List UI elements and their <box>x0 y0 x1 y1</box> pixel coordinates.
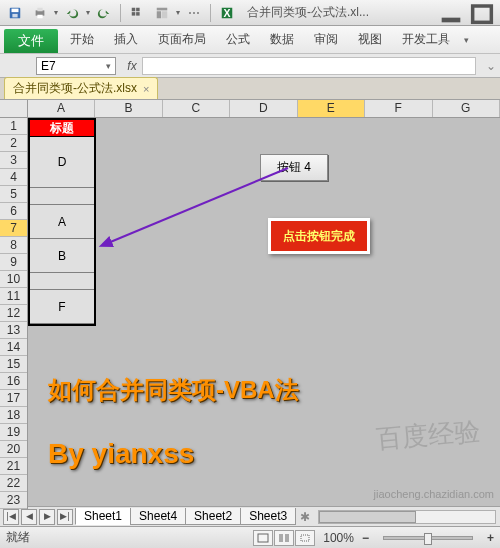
expand-formula-icon[interactable]: ⌄ <box>482 59 500 73</box>
view-pagelayout-icon[interactable] <box>274 530 294 546</box>
row-header-17[interactable]: 17 <box>0 390 27 407</box>
ribbon-dd[interactable]: ▾ <box>464 35 469 45</box>
redo-icon[interactable] <box>93 3 115 23</box>
quickprint-icon[interactable] <box>29 3 51 23</box>
tab-data[interactable]: 数据 <box>260 26 304 53</box>
tab-view[interactable]: 视图 <box>348 26 392 53</box>
document-tab-well: 合并同类项-公式法.xlsx × <box>0 78 500 100</box>
formula-bar: E7▾ fx ⌄ <box>0 54 500 78</box>
cell-A-merged-4[interactable] <box>30 273 94 290</box>
minimize-button[interactable] <box>437 4 465 22</box>
row-header-11[interactable]: 11 <box>0 288 27 305</box>
svg-rect-2 <box>12 13 17 17</box>
sheet-nav-0[interactable]: |◀ <box>3 509 19 525</box>
tab-devtools[interactable]: 开发工具 <box>392 26 460 53</box>
status-ready: 就绪 <box>6 529 30 546</box>
tab-pagelayout[interactable]: 页面布局 <box>148 26 216 53</box>
zoom-slider[interactable] <box>383 536 473 540</box>
restore-button[interactable] <box>468 4 496 22</box>
view-pagebreak-icon[interactable] <box>295 530 315 546</box>
tab-insert[interactable]: 插入 <box>104 26 148 53</box>
undo-icon[interactable] <box>61 3 83 23</box>
overlay-text-2: By yianxss <box>48 438 194 470</box>
row-header-13[interactable]: 13 <box>0 322 27 339</box>
row-header-2[interactable]: 2 <box>0 135 27 152</box>
row-header-1[interactable]: 1 <box>0 118 27 135</box>
close-icon[interactable]: × <box>143 83 149 95</box>
file-tab[interactable]: 文件 <box>4 29 58 53</box>
row-header-10[interactable]: 10 <box>0 271 27 288</box>
tab-formulas[interactable]: 公式 <box>216 26 260 53</box>
ribbon: 文件 开始 插入 页面布局 公式 数据 审阅 视图 开发工具 ▾ <box>0 26 500 54</box>
svg-rect-9 <box>136 12 140 16</box>
save-icon[interactable] <box>4 3 26 23</box>
col-header-D[interactable]: D <box>230 100 297 117</box>
watermark: 百度经验 <box>375 414 482 458</box>
svg-rect-7 <box>136 7 140 11</box>
svg-rect-21 <box>301 535 309 541</box>
callout-box: 点击按钮完成 <box>268 218 370 254</box>
sheet-tab-Sheet3[interactable]: Sheet3 <box>240 508 296 525</box>
layout-icon[interactable] <box>151 3 173 23</box>
select-all-corner[interactable] <box>0 100 28 117</box>
col-header-A[interactable]: A <box>28 100 95 117</box>
row-header-9[interactable]: 9 <box>0 254 27 271</box>
sheet-tab-Sheet4[interactable]: Sheet4 <box>130 508 186 525</box>
macro-button-4[interactable]: 按钮 4 <box>260 154 328 181</box>
row-header-19[interactable]: 19 <box>0 424 27 441</box>
sheet-nav-3[interactable]: ▶| <box>57 509 73 525</box>
view-normal-icon[interactable] <box>253 530 273 546</box>
row-header-7[interactable]: 7 <box>0 220 27 237</box>
row-header-6[interactable]: 6 <box>0 203 27 220</box>
name-box[interactable]: E7▾ <box>6 57 116 75</box>
row-header-5[interactable]: 5 <box>0 186 27 203</box>
row-header-22[interactable]: 22 <box>0 475 27 492</box>
col-header-F[interactable]: F <box>365 100 432 117</box>
row-header-15[interactable]: 15 <box>0 356 27 373</box>
svg-rect-10 <box>157 7 168 10</box>
horizontal-scrollbar[interactable] <box>318 510 496 524</box>
zoom-in-icon[interactable]: + <box>487 531 494 545</box>
worksheet-grid[interactable]: ABCDEFG 12345678910111213141516171819202… <box>0 100 500 506</box>
row-header-21[interactable]: 21 <box>0 458 27 475</box>
cell-A-merged-0[interactable]: D <box>30 137 94 188</box>
cell-A-merged-1[interactable] <box>30 188 94 205</box>
tab-home[interactable]: 开始 <box>60 26 104 53</box>
grid-icon[interactable] <box>126 3 148 23</box>
tab-review[interactable]: 审阅 <box>304 26 348 53</box>
overlay-text-1: 如何合并同类项-VBA法 <box>48 374 299 406</box>
fx-icon[interactable]: fx <box>122 59 142 73</box>
new-sheet-icon[interactable]: ✱ <box>300 510 310 524</box>
col-header-B[interactable]: B <box>95 100 162 117</box>
sheet-tab-bar: |◀◀▶▶| Sheet1Sheet4Sheet2Sheet3 ✱ <box>0 506 500 526</box>
svg-rect-8 <box>132 12 136 16</box>
cell-A-merged-2[interactable]: A <box>30 205 94 239</box>
overflow-icon[interactable]: ⋯ <box>183 3 205 23</box>
row-header-4[interactable]: 4 <box>0 169 27 186</box>
svg-rect-16 <box>473 6 492 22</box>
document-tab[interactable]: 合并同类项-公式法.xlsx × <box>4 77 158 99</box>
cell-A1-header[interactable]: 标题 <box>30 120 94 137</box>
row-header-3[interactable]: 3 <box>0 152 27 169</box>
row-header-12[interactable]: 12 <box>0 305 27 322</box>
formula-input[interactable] <box>142 57 476 75</box>
cell-A-merged-3[interactable]: B <box>30 239 94 273</box>
zoom-out-icon[interactable]: − <box>362 531 369 545</box>
sheet-nav-1[interactable]: ◀ <box>21 509 37 525</box>
row-header-18[interactable]: 18 <box>0 407 27 424</box>
sheet-nav-2[interactable]: ▶ <box>39 509 55 525</box>
svg-rect-11 <box>157 11 161 18</box>
col-header-E[interactable]: E <box>298 100 365 117</box>
col-header-G[interactable]: G <box>433 100 500 117</box>
cell-A-merged-5[interactable]: F <box>30 290 94 324</box>
row-header-8[interactable]: 8 <box>0 237 27 254</box>
row-header-16[interactable]: 16 <box>0 373 27 390</box>
sheet-tab-Sheet1[interactable]: Sheet1 <box>75 508 131 525</box>
row-header-20[interactable]: 20 <box>0 441 27 458</box>
sheet-tab-Sheet2[interactable]: Sheet2 <box>185 508 241 525</box>
zoom-level[interactable]: 100% <box>323 531 354 545</box>
col-header-C[interactable]: C <box>163 100 230 117</box>
excel-icon: X <box>216 3 238 23</box>
row-header-14[interactable]: 14 <box>0 339 27 356</box>
row-header-23[interactable]: 23 <box>0 492 27 509</box>
